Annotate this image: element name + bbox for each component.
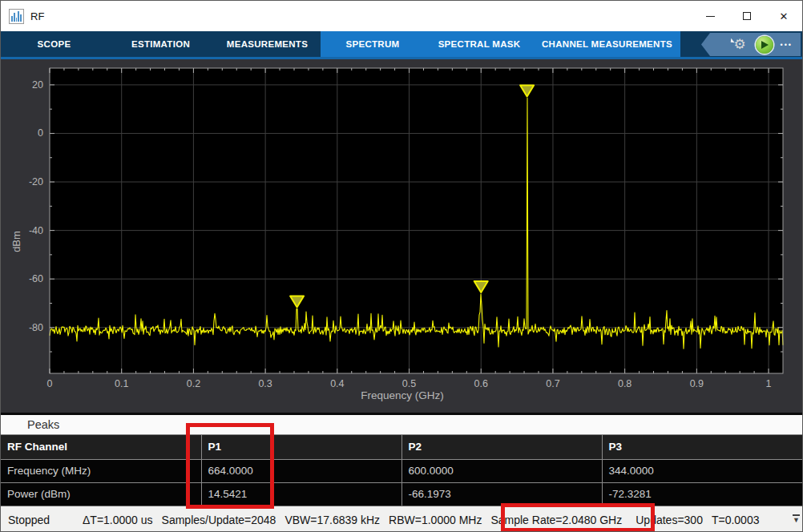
annotation-box-p1-column — [186, 423, 274, 509]
tab-spectral-mask[interactable]: SPECTRAL MASK — [425, 31, 534, 57]
tab-spectrum[interactable]: SPECTRUM — [321, 31, 425, 57]
statusbar: Stopped ΔT=1.0000 us Samples/Update=2048… — [1, 506, 803, 532]
svg-text:0.6: 0.6 — [474, 378, 488, 389]
more-options-button[interactable]: ••• — [781, 41, 793, 49]
status-state: Stopped — [8, 514, 83, 526]
table-row-frequency: Frequency (MHz) 664.0000 600.0000 344.00… — [1, 459, 803, 482]
toolstrip-tabbar: SCOPE ESTIMATION MEASUREMENTS SPECTRUM S… — [1, 31, 802, 59]
svg-text:1: 1 — [766, 378, 772, 389]
status-vbw: VBW=17.6839 kHz — [284, 514, 380, 526]
status-delta-t: ΔT=1.0000 us — [83, 514, 153, 526]
svg-text:0.4: 0.4 — [330, 378, 344, 389]
svg-text:0.5: 0.5 — [402, 378, 416, 389]
svg-text:-20: -20 — [29, 176, 43, 187]
close-icon: ✕ — [780, 11, 789, 22]
tab-estimation[interactable]: ESTIMATION — [107, 31, 214, 57]
peaks-panel-title: Peaks — [27, 418, 59, 431]
maximize-button[interactable] — [728, 1, 765, 31]
close-button[interactable]: ✕ — [765, 1, 802, 31]
x-axis-label: Frequency (GHz) — [1, 389, 803, 401]
svg-text:0.2: 0.2 — [187, 378, 200, 389]
titlebar: RF ✕ — [1, 1, 802, 31]
minimize-icon — [706, 16, 715, 17]
table-header-row: RF Channel P1 P2 P3 — [1, 435, 803, 459]
step-settings-button[interactable]: ⚙ — [732, 37, 749, 53]
cell-power-p3: -72.3281 — [602, 482, 803, 506]
spectrum-plot-panel: 00.10.20.30.40.50.60.70.80.91200-20-40-6… — [1, 59, 803, 413]
svg-text:0.9: 0.9 — [690, 378, 704, 389]
svg-text:20: 20 — [32, 79, 43, 91]
tab-channel-measurements[interactable]: CHANNEL MEASUREMENTS — [534, 31, 680, 57]
status-time: T=0.0003 — [712, 514, 760, 526]
cell-frequency-p3: 344.0000 — [602, 459, 803, 482]
statusbar-grip-icon[interactable]: ▼ — [793, 514, 800, 524]
cell-power-p2: -66.1973 — [402, 482, 602, 506]
window-title: RF — [30, 10, 44, 22]
histogram-app-icon — [9, 9, 24, 24]
annotation-box-sample-rate — [501, 503, 655, 532]
gear-icon: ⚙ — [734, 37, 746, 53]
col-header-p3: P3 — [602, 435, 803, 459]
svg-text:-40: -40 — [29, 225, 43, 236]
svg-text:0.7: 0.7 — [546, 378, 559, 389]
svg-text:0: 0 — [38, 127, 43, 139]
svg-text:-60: -60 — [29, 273, 43, 284]
svg-text:0: 0 — [47, 378, 53, 389]
table-row-power: Power (dBm) 14.5421 -66.1973 -72.3281 — [1, 482, 803, 506]
run-button[interactable] — [756, 36, 773, 54]
row-label-power: Power (dBm) — [1, 482, 201, 506]
y-axis-label: dBm — [10, 231, 22, 252]
svg-text:0.3: 0.3 — [258, 378, 272, 389]
tab-measurements[interactable]: MEASUREMENTS — [214, 31, 321, 57]
col-header-rf-channel: RF Channel — [1, 435, 201, 459]
window-controls: ✕ — [692, 1, 802, 31]
peaks-table: RF Channel P1 P2 P3 Frequency (MHz) 664.… — [1, 435, 803, 506]
maximize-icon — [743, 12, 751, 20]
peaks-panel-header: Peaks — [1, 413, 803, 435]
svg-text:-80: -80 — [29, 322, 43, 333]
row-label-frequency: Frequency (MHz) — [1, 459, 201, 482]
status-rbw: RBW=1.0000 MHz — [389, 514, 482, 526]
svg-text:0.8: 0.8 — [618, 378, 632, 389]
tab-scope[interactable]: SCOPE — [1, 31, 107, 57]
cell-frequency-p2: 600.0000 — [402, 459, 602, 482]
svg-text:0.1: 0.1 — [115, 378, 128, 389]
play-icon — [761, 41, 769, 49]
col-header-p2: P2 — [402, 435, 602, 459]
run-controls-banner: ⚙ ••• — [701, 33, 801, 56]
app-window: RF ✕ SCOPE ESTIMATION MEASUREMENTS SPECT… — [0, 0, 803, 532]
status-samples-per-update: Samples/Update=2048 — [162, 514, 276, 526]
spectrum-plot[interactable]: 00.10.20.30.40.50.60.70.80.91200-20-40-6… — [1, 59, 803, 413]
minimize-button[interactable] — [692, 1, 728, 31]
